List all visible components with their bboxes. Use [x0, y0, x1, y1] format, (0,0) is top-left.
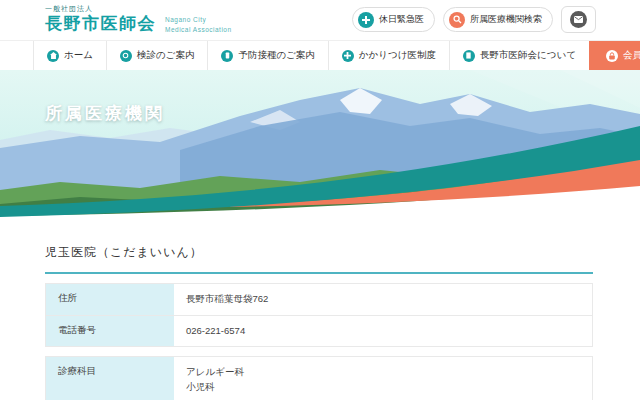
site-title: 長野市医師会 [45, 14, 156, 34]
facility-search-label: 所属医療機関検索 [470, 13, 542, 26]
header: 一般社団法人 長野市医師会 Nagano City Medical Associ… [0, 0, 640, 40]
table-row-departments: 診療科目 アレルギー科 小児科 [46, 357, 592, 400]
site-title-en-line1: Nagano City [165, 15, 232, 25]
departments-label: 診療科目 [46, 357, 174, 400]
checkup-icon [120, 50, 132, 62]
site-title-en-line2: Medical Association [165, 25, 232, 35]
nav-label: 検診のご案内 [137, 49, 194, 62]
department-item: 小児科 [186, 380, 580, 395]
facility-search-button[interactable]: 所属医療機関検索 [443, 7, 553, 32]
table-row-phone: 電話番号 026-221-6574 [46, 315, 592, 347]
main-nav: ホーム 検診のご案内 予防接種のご案内 かかりつけ医制度 長野市医師会について [0, 40, 640, 70]
hero-landscape-image [0, 70, 640, 232]
site-logo[interactable]: 一般社団法人 長野市医師会 [45, 4, 156, 34]
about-icon [463, 50, 475, 62]
lock-icon [606, 50, 618, 62]
nav-label: ホーム [64, 49, 93, 62]
hero-banner: 所属医療機関 [0, 70, 640, 232]
nav-label: 長野市医師会について [480, 49, 576, 62]
header-quick-buttons: 休日緊急医 所属医療機関検索 [352, 6, 596, 33]
nav-label: 予防接種のご案内 [238, 49, 314, 62]
search-icon [449, 12, 465, 28]
nav-item-vaccination[interactable]: 予防接種のご案内 [207, 41, 327, 70]
phone-value: 026-221-6574 [174, 316, 592, 347]
nav-item-family-doctor[interactable]: かかりつけ医制度 [328, 41, 449, 70]
nav-item-member-page[interactable]: 会員ページ [589, 41, 640, 70]
nav-label: 会員ページ [623, 49, 640, 62]
contact-mail-button[interactable] [561, 6, 596, 33]
departments-value: アレルギー科 小児科 [174, 357, 592, 400]
family-doctor-icon [342, 50, 354, 62]
emergency-cross-icon [358, 12, 374, 28]
home-icon [47, 50, 59, 62]
department-item: アレルギー科 [186, 365, 580, 380]
holiday-emergency-label: 休日緊急医 [379, 13, 424, 26]
site-title-en: Nagano City Medical Association [165, 15, 232, 36]
page-title: 所属医療機関 [45, 102, 165, 125]
org-type: 一般社団法人 [45, 4, 156, 14]
nav-item-about[interactable]: 長野市医師会について [449, 41, 589, 70]
nav-item-checkup[interactable]: 検診のご案内 [106, 41, 207, 70]
holiday-emergency-button[interactable]: 休日緊急医 [352, 7, 435, 32]
department-table: 診療科目 アレルギー科 小児科 [45, 356, 593, 400]
main-content: 児玉医院（こだまいいん） 住所 長野市稲葉母袋762 電話番号 026-221-… [0, 244, 640, 400]
mail-icon [570, 11, 587, 28]
table-row-address: 住所 長野市稲葉母袋762 [46, 284, 592, 315]
address-value: 長野市稲葉母袋762 [174, 284, 592, 315]
clinic-name-heading: 児玉医院（こだまいいん） [45, 244, 593, 274]
clinic-info-table: 住所 長野市稲葉母袋762 電話番号 026-221-6574 [45, 283, 593, 347]
page: 一般社団法人 長野市医師会 Nagano City Medical Associ… [0, 0, 640, 400]
nav-item-home[interactable]: ホーム [33, 41, 106, 70]
phone-label: 電話番号 [46, 316, 174, 347]
address-label: 住所 [46, 284, 174, 315]
vaccination-icon [221, 50, 233, 62]
nav-label: かかりつけ医制度 [359, 49, 436, 62]
